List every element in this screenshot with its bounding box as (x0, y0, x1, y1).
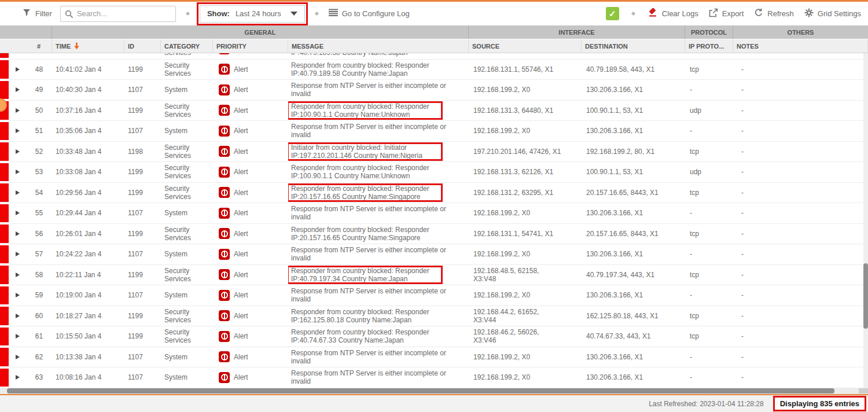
show-range-dropdown[interactable]: Show: Last 24 hours (200, 5, 305, 23)
table-row[interactable]: 49 10:40:30 Jan 4 1107 System Alert Resp… (0, 80, 868, 101)
filter-button[interactable]: Filter (22, 8, 52, 19)
destination-cell: 162.125.80.18, 443, X1 (582, 306, 685, 326)
expand-arrow[interactable] (9, 121, 26, 141)
expand-arrow[interactable] (9, 224, 26, 244)
header-num[interactable]: # (26, 39, 52, 53)
table-row[interactable]: 53 10:33:08 Jan 4 1199 Security Services… (0, 162, 868, 183)
header-message[interactable]: MESSAGE (288, 39, 469, 53)
alert-icon (219, 372, 230, 383)
grid-settings-button[interactable]: Grid Settings (804, 8, 861, 19)
expand-arrow[interactable] (9, 101, 26, 121)
expand-arrow[interactable] (9, 80, 26, 100)
destination-cell: 40.79.189.58, 443, X1 (582, 60, 685, 80)
expand-arrow[interactable] (9, 142, 26, 162)
time-cell: 10:37:16 Jan 4 (52, 101, 124, 121)
table-row[interactable]: 59 10:19:00 Jan 4 1107 System Alert Resp… (0, 285, 868, 306)
priority-label: Alert (234, 148, 248, 156)
priority-label: Alert (234, 291, 248, 299)
priority-cell: Alert (213, 224, 288, 244)
header-id[interactable]: ID (124, 39, 161, 53)
row-number: 52 (26, 142, 52, 162)
export-label: Export (722, 9, 744, 18)
id-cell (124, 53, 161, 59)
expand-arrow[interactable] (9, 183, 26, 203)
triangle-right-icon (16, 273, 20, 277)
header-category[interactable]: CATEGORY (161, 39, 213, 53)
horizontal-scrollbar[interactable] (0, 388, 868, 394)
table-row[interactable]: 55 10:29:44 Jan 4 1107 System Alert Resp… (0, 203, 868, 224)
header-time[interactable]: TIME (52, 39, 124, 53)
id-cell: 1107 (124, 244, 161, 264)
refresh-button[interactable]: Refresh (754, 8, 794, 19)
vertical-scrollbar-thumb[interactable] (863, 263, 868, 329)
expand-arrow[interactable] (9, 347, 26, 367)
table-row[interactable]: 54 10:29:56 Jan 4 1199 Security Services… (0, 183, 868, 204)
alert-icon (219, 167, 230, 178)
header-source[interactable]: SOURCE (469, 39, 582, 53)
destination-cell: 192.168.199.2, 80, X1 (582, 142, 685, 162)
table-row[interactable]: 57 10:24:22 Jan 4 1107 System Alert Resp… (0, 244, 868, 265)
expand-arrow[interactable] (9, 265, 26, 285)
expand-arrow[interactable] (9, 60, 26, 80)
go-to-configure-log-button[interactable]: Go to Configure Log (329, 9, 410, 19)
priority-label: Alert (234, 127, 248, 135)
expand-arrow[interactable] (9, 53, 26, 59)
message-cell: Response from NTP Server is either incom… (288, 367, 469, 388)
table-row[interactable]: 51 10:35:06 Jan 4 1107 System Alert Resp… (0, 121, 868, 142)
table-row[interactable]: 48 10:41:02 Jan 4 1199 Security Services… (0, 60, 868, 80)
priority-label: Alert (234, 106, 248, 115)
header-expand (9, 39, 26, 53)
table-row[interactable]: 61 10:15:50 Jan 4 1199 Security Services… (0, 326, 868, 347)
source-cell: 192.168.46.2, 56026, X3:V46 (469, 326, 582, 347)
message-text: Responder from country blocked: Responde… (291, 308, 463, 324)
vertical-scrollbar[interactable] (863, 53, 868, 388)
alert-icon (219, 105, 230, 116)
table-row[interactable]: 50 10:37:16 Jan 4 1199 Security Services… (0, 101, 868, 122)
message-text: Responder from country blocked: Responde… (291, 328, 463, 344)
log-rows: Security Services Alert Responder from c… (0, 53, 868, 388)
alert-icon (219, 249, 230, 260)
search-input[interactable] (60, 6, 176, 22)
notes-cell: - (733, 142, 868, 162)
table-row[interactable]: 52 10:33:48 Jan 4 1198 Security Services… (0, 142, 868, 163)
priority-cell: Alert (213, 244, 288, 264)
category-cell: Security Services (161, 265, 213, 285)
header-destination[interactable]: DESTINATION (582, 39, 685, 53)
id-cell: 1199 (124, 101, 161, 121)
expand-arrow[interactable] (9, 244, 26, 264)
header-priority[interactable]: PRIORITY (213, 39, 288, 53)
notes-cell: - (733, 347, 868, 367)
category-cell: System (161, 347, 213, 367)
expand-arrow[interactable] (9, 306, 26, 326)
header-notes[interactable]: NOTES (733, 39, 868, 53)
message-cell: Response from NTP Server is either incom… (288, 285, 469, 306)
clear-logs-button[interactable]: Clear Logs (648, 8, 698, 19)
table-row[interactable]: 63 10:08:16 Jan 4 1107 System Alert Resp… (0, 367, 868, 388)
horizontal-scrollbar-thumb[interactable] (7, 388, 834, 393)
priority-label: Alert (234, 250, 248, 258)
source-cell: 192.168.131.3, 62126, X1 (469, 162, 582, 182)
export-button[interactable]: Export (709, 8, 744, 19)
triangle-right-icon (16, 190, 20, 195)
priority-color-bar (0, 60, 9, 79)
ip-protocol-cell (685, 53, 733, 59)
expand-arrow[interactable] (9, 285, 26, 306)
row-number: 53 (26, 162, 52, 182)
table-row[interactable]: 56 10:26:01 Jan 4 1199 Security Services… (0, 224, 868, 245)
expand-arrow[interactable] (9, 203, 26, 223)
select-all-checkbox[interactable]: ✓ (606, 7, 619, 20)
table-row[interactable]: 62 10:13:38 Jan 4 1107 System Alert Resp… (0, 347, 868, 368)
category-cell: System (161, 285, 213, 306)
expand-arrow[interactable] (9, 367, 26, 388)
table-row[interactable]: Security Services Alert Responder from c… (0, 53, 868, 60)
expand-arrow[interactable] (9, 326, 26, 347)
table-row[interactable]: 58 10:22:11 Jan 4 1199 Security Services… (0, 265, 868, 286)
table-row[interactable]: 60 10:18:27 Jan 4 1199 Security Services… (0, 306, 868, 327)
notes-cell: - (733, 224, 868, 244)
time-cell (52, 53, 124, 59)
group-others: OTHERS (733, 25, 868, 39)
header-ip-proto[interactable]: IP PROTO... (685, 39, 733, 53)
alert-icon (219, 187, 230, 198)
ip-protocol-cell: tcp (685, 60, 733, 80)
expand-arrow[interactable] (9, 162, 26, 182)
